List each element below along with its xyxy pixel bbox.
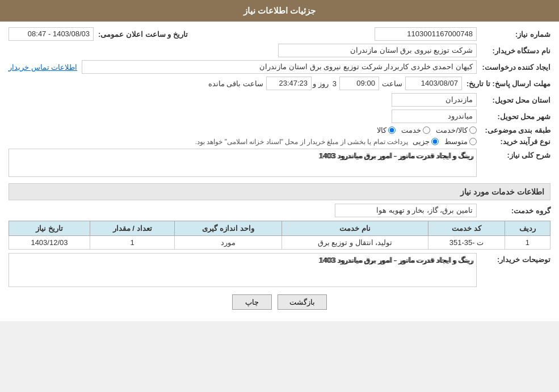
- page-header: جزئیات اطلاعات نیاز: [0, 0, 559, 22]
- response-time: 09:00: [339, 77, 379, 90]
- category-option-kala[interactable]: کالا: [377, 126, 396, 134]
- remaining-suffix: ساعت باقی مانده: [205, 79, 266, 88]
- col-name: نام خدمت: [281, 221, 428, 236]
- label-motavaset: متوسط: [444, 137, 468, 146]
- need-description-textarea[interactable]: [9, 149, 477, 177]
- back-button[interactable]: بازگشت: [278, 294, 327, 310]
- label-kala: کالا: [377, 126, 386, 134]
- category-option-kala-khedmat[interactable]: کالا/خدمت: [436, 126, 477, 134]
- row-category: طبقه بندی موضوعی: کالا/خدمت خدمت کالا: [9, 126, 550, 134]
- city-label: شهر محل تحویل:: [477, 112, 550, 121]
- purchase-type-option-motavaset[interactable]: متوسط: [444, 137, 477, 146]
- col-row: ردیف: [505, 221, 550, 236]
- buyer-org-value: شرکت توزیع نیروی برق استان مازندران: [278, 44, 477, 57]
- services-table: ردیف کد خدمت نام خدمت واحد اندازه گیری ت…: [9, 221, 550, 250]
- contact-link[interactable]: اطلاعات تماس خریدار: [9, 63, 77, 71]
- need-description-label: شرح کلی نیاز:: [477, 149, 550, 159]
- requester-label: ایجاد کننده درخواست:: [477, 63, 550, 71]
- label-khedmat: خدمت: [401, 126, 421, 134]
- cell-date: 1403/12/03: [9, 236, 90, 250]
- row-province: استان محل تحویل: مازندران: [9, 93, 550, 107]
- province-value: مازندران: [392, 93, 477, 107]
- services-section-header: اطلاعات خدمات مورد نیاز: [9, 183, 550, 200]
- row-service-group: گروه خدمت: تامین برق، گاز، بخار و تهویه …: [9, 204, 550, 217]
- row-deadline: مهلت ارسال پاسخ: تا تاریخ: 1403/08/07 سا…: [9, 77, 550, 90]
- cell-name: تولید، انتقال و توزیع برق: [281, 236, 428, 250]
- announcement-date-label: تاریخ و ساعت اعلان عمومی:: [94, 30, 188, 39]
- buyer-description-textarea[interactable]: [9, 253, 477, 287]
- label-jozyi: جزیی: [413, 137, 430, 146]
- radio-jozyi[interactable]: [431, 138, 439, 145]
- category-option-khedmat[interactable]: خدمت: [401, 126, 430, 134]
- service-group-value: تامین برق، گاز، بخار و تهویه هوا: [335, 204, 477, 217]
- announcement-date-value: 1403/08/03 - 08:47: [9, 27, 94, 41]
- buyer-org-label: نام دستگاه خریدار:: [477, 47, 550, 55]
- col-date: تاریخ نیاز: [9, 221, 90, 236]
- page-wrapper: جزئیات اطلاعات نیاز شماره نیاز: 11030011…: [0, 0, 559, 321]
- row-city: شهر محل تحویل: میاندرود: [9, 109, 550, 123]
- col-quantity: تعداد / مقدار: [90, 221, 174, 236]
- row-requester: ایجاد کننده درخواست: کیهان احمدی خلردی ک…: [9, 60, 550, 74]
- page-title: جزئیات اطلاعات نیاز: [243, 6, 316, 15]
- cell-code: ت -35-351: [428, 236, 505, 250]
- label-kala-khedmat: کالا/خدمت: [436, 126, 468, 134]
- category-label: طبقه بندی موضوعی:: [477, 126, 550, 134]
- button-row: بازگشت چاپ: [9, 294, 550, 310]
- category-radio-group: کالا/خدمت خدمت کالا: [377, 126, 477, 134]
- print-button[interactable]: چاپ: [232, 294, 272, 310]
- service-group-label: گروه خدمت:: [477, 206, 550, 215]
- purchase-type-label: نوع فرآیند خرید:: [477, 137, 550, 146]
- purchase-type-option-jozyi[interactable]: جزیی: [413, 137, 439, 146]
- col-code: کد خدمت: [428, 221, 505, 236]
- purchase-type-radio-group: متوسط جزیی: [413, 137, 477, 146]
- row-need-description: شرح کلی نیاز: رینگ و ایجاد قدرت مانور - …: [9, 149, 550, 179]
- row-need-number: شماره نیاز: 1103001167000748 تاریخ و ساع…: [9, 27, 550, 41]
- radio-khedmat[interactable]: [423, 127, 430, 134]
- requester-value: کیهان احمدی خلردی کاربردار شرکت توزیع نی…: [82, 60, 477, 74]
- purchase-type-note: پرداخت تمام یا بخشی از مبلغ خریدار از مح…: [191, 138, 413, 146]
- need-number-value: 1103001167000748: [375, 27, 477, 41]
- cell-row: 1: [505, 236, 550, 250]
- row-buyer-description: توضیحات خریدار: رینگ و ایجاد قدرت مانور …: [9, 253, 550, 289]
- need-number-label: شماره نیاز:: [477, 30, 550, 39]
- radio-motavaset[interactable]: [469, 138, 477, 145]
- response-time-label: ساعت: [379, 79, 405, 88]
- remaining-time: 23:47:23: [266, 77, 312, 90]
- table-row: 1ت -35-351تولید، انتقال و توزیع برقمورد1…: [9, 236, 550, 250]
- row-buyer-org: نام دستگاه خریدار: شرکت توزیع نیروی برق …: [9, 44, 550, 57]
- remaining-days-label: روز و: [312, 79, 330, 88]
- response-date: 1403/08/07: [405, 77, 462, 90]
- remaining-days: 3: [330, 79, 339, 88]
- radio-kala-khedmat[interactable]: [469, 127, 477, 134]
- city-value: میاندرود: [392, 109, 477, 123]
- col-unit: واحد اندازه گیری: [175, 221, 281, 236]
- radio-kala[interactable]: [388, 127, 396, 134]
- province-label: استان محل تحویل:: [477, 96, 550, 104]
- buyer-description-label: توضیحات خریدار:: [477, 253, 550, 264]
- row-purchase-type: نوع فرآیند خرید: متوسط جزیی پرداخت تمام …: [9, 137, 550, 146]
- cell-unit: مورد: [175, 236, 281, 250]
- response-deadline-label: مهلت ارسال پاسخ: تا تاریخ:: [462, 79, 550, 88]
- cell-quantity: 1: [90, 236, 174, 250]
- main-content: شماره نیاز: 1103001167000748 تاریخ و ساع…: [0, 22, 559, 321]
